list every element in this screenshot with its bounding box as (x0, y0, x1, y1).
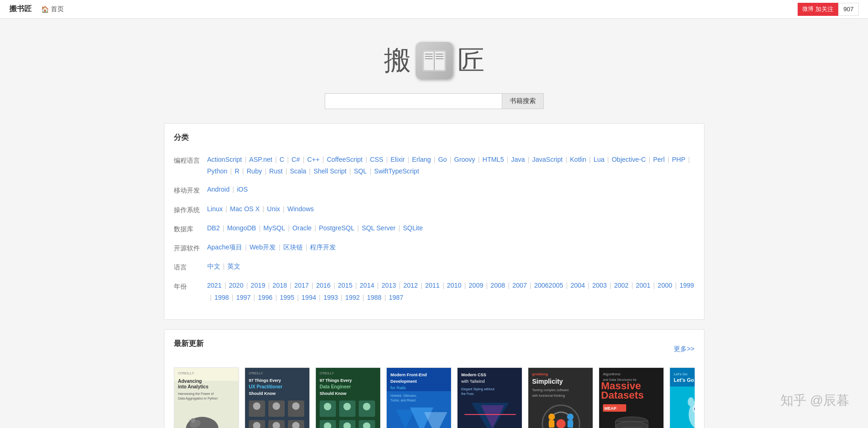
sep: | (386, 154, 388, 166)
link-perl[interactable]: Perl (653, 154, 665, 166)
link-ios[interactable]: iOS (237, 184, 247, 195)
link-kotlin[interactable]: Kotlin (570, 154, 586, 166)
sep: | (245, 154, 246, 166)
link-webdev[interactable]: Web开发 (250, 242, 276, 253)
sep: | (279, 242, 280, 253)
link-python[interactable]: Python (207, 166, 228, 177)
link-english[interactable]: 英文 (227, 261, 240, 272)
link-2005[interactable]: 2005 (549, 280, 563, 291)
link-1996[interactable]: 1996 (258, 292, 273, 304)
link-objectivec[interactable]: Objective-C (612, 154, 646, 166)
sep: | (242, 166, 244, 177)
link-2011[interactable]: 2011 (425, 280, 439, 291)
link-2003[interactable]: 2003 (592, 280, 607, 291)
link-r[interactable]: R (235, 166, 239, 177)
link-mysql[interactable]: MySQL (263, 222, 285, 234)
link-shellscript[interactable]: Shell Script (314, 166, 347, 177)
search-button[interactable]: 书籍搜索 (502, 93, 544, 109)
link-erlang[interactable]: Erlang (412, 154, 431, 166)
link-apache[interactable]: Apache项目 (207, 242, 242, 253)
link-swift[interactable]: Swift (374, 166, 388, 177)
link-1998[interactable]: 1998 (214, 292, 229, 304)
link-programdev[interactable]: 程序开发 (310, 242, 336, 253)
link-2019[interactable]: 2019 (251, 280, 265, 291)
link-linux[interactable]: Linux (207, 203, 223, 215)
link-2016[interactable]: 2016 (316, 280, 330, 291)
link-unix[interactable]: Unix (267, 203, 280, 215)
link-1992[interactable]: 1992 (345, 292, 360, 304)
link-sql[interactable]: SQL (354, 166, 367, 177)
book-item-8[interactable]: Let's Go Let's Go Further! Alex E (670, 367, 695, 428)
link-1995[interactable]: 1995 (280, 292, 294, 304)
link-1993[interactable]: 1993 (323, 292, 338, 304)
link-2000[interactable]: 2000 (658, 280, 672, 291)
link-ruby[interactable]: Ruby (247, 166, 262, 177)
link-2012[interactable]: 2012 (403, 280, 418, 291)
link-2017[interactable]: 2017 (294, 280, 309, 291)
link-1994[interactable]: 1994 (301, 292, 316, 304)
book-item-7[interactable]: Algorithms and Data Structures for Massi… (599, 367, 664, 428)
book-cover-2: O'REILLY 97 Things Every UX Practitioner… (245, 367, 310, 428)
link-1987[interactable]: 1987 (389, 292, 403, 304)
link-blockchain[interactable]: 区块链 (283, 242, 303, 253)
link-c[interactable]: C (280, 154, 284, 166)
link-chinese[interactable]: 中文 (207, 261, 220, 272)
link-lua[interactable]: Lua (594, 154, 604, 166)
link-2018[interactable]: 2018 (273, 280, 287, 291)
link-sqlserver[interactable]: SQL Server (362, 222, 396, 234)
link-1988[interactable]: 1988 (367, 292, 382, 304)
book-item-1[interactable]: O'REILLY Advancing into Analytics Harnes… (174, 367, 239, 428)
link-2020[interactable]: 2020 (229, 280, 243, 291)
link-html5[interactable]: HTML5 (483, 154, 504, 166)
sep: | (434, 154, 436, 166)
link-2015[interactable]: 2015 (338, 280, 352, 291)
link-2014[interactable]: 2014 (360, 280, 374, 291)
link-2001[interactable]: 2001 (636, 280, 650, 291)
book-item-2[interactable]: O'REILLY 97 Things Every UX Practitioner… (245, 367, 310, 428)
link-css[interactable]: CSS (370, 154, 383, 166)
link-aspnet[interactable]: ASP.net (249, 154, 273, 166)
link-1997[interactable]: 1997 (236, 292, 251, 304)
link-go[interactable]: Go (438, 154, 447, 166)
sep: | (225, 280, 226, 291)
book-item-4[interactable]: Modern Front-End Development for Rails H… (386, 367, 451, 428)
book-item-5[interactable]: Modern CSS with Tailwind Elegant Styling… (457, 367, 522, 428)
link-mongodb[interactable]: MongoDB (227, 222, 256, 234)
link-2008[interactable]: 2008 (491, 280, 505, 291)
link-2021[interactable]: 2021 (207, 280, 222, 291)
link-javascript[interactable]: JavaScript (532, 154, 562, 166)
link-2007[interactable]: 2007 (513, 280, 527, 291)
link-php[interactable]: PHP (672, 154, 685, 166)
link-2013[interactable]: 2013 (382, 280, 396, 291)
book-item-6[interactable]: grokking Simplicity Taming complex softw… (528, 367, 593, 428)
link-2009[interactable]: 2009 (469, 280, 483, 291)
link-actionscript[interactable]: ActionScript (207, 154, 242, 166)
link-2004[interactable]: 2004 (570, 280, 585, 291)
link-postgresql[interactable]: PostgreSQL (319, 222, 354, 234)
link-sqlite[interactable]: SQLite (403, 222, 423, 234)
category-row-year: 年份 2021| 2020| 2019| 2018| 2017| 2016| 2… (174, 280, 695, 303)
link-1999[interactable]: 1999 (679, 280, 694, 291)
link-2010[interactable]: 2010 (447, 280, 461, 291)
link-2006[interactable]: 2006 (534, 280, 548, 291)
link-elixir[interactable]: Elixir (390, 154, 404, 166)
link-windows[interactable]: Windows (287, 203, 314, 215)
link-scala[interactable]: Scala (290, 166, 306, 177)
link-coffeescript[interactable]: CoffeeScript (327, 154, 362, 166)
link-typescript[interactable]: TypeScript (388, 166, 419, 177)
more-link[interactable]: 更多>> (674, 345, 694, 353)
link-android[interactable]: Android (207, 184, 230, 195)
link-cpp[interactable]: C++ (307, 154, 319, 166)
link-csharp[interactable]: C# (292, 154, 300, 166)
link-2002[interactable]: 2002 (614, 280, 629, 291)
link-rust[interactable]: Rust (269, 166, 283, 177)
home-label[interactable]: 首页 (51, 5, 64, 14)
link-oracle[interactable]: Oracle (293, 222, 312, 234)
link-groovy[interactable]: Groovy (454, 154, 475, 166)
book-item-3[interactable]: O'REILLY 97 Things Every Data Engineer S… (315, 367, 381, 428)
follow-button[interactable]: 微博 加关注 (798, 3, 838, 16)
link-java[interactable]: Java (511, 154, 525, 166)
link-db2[interactable]: DB2 (207, 222, 220, 234)
link-macosx[interactable]: Mac OS X (230, 203, 260, 215)
search-input[interactable] (325, 93, 502, 109)
